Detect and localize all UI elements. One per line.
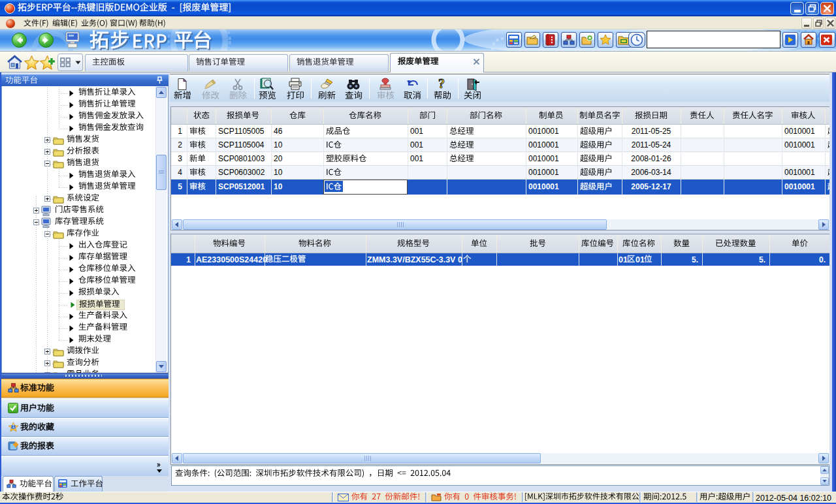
svg-text:1: 1: [12, 424, 15, 429]
svg-text:?: ?: [438, 77, 445, 91]
